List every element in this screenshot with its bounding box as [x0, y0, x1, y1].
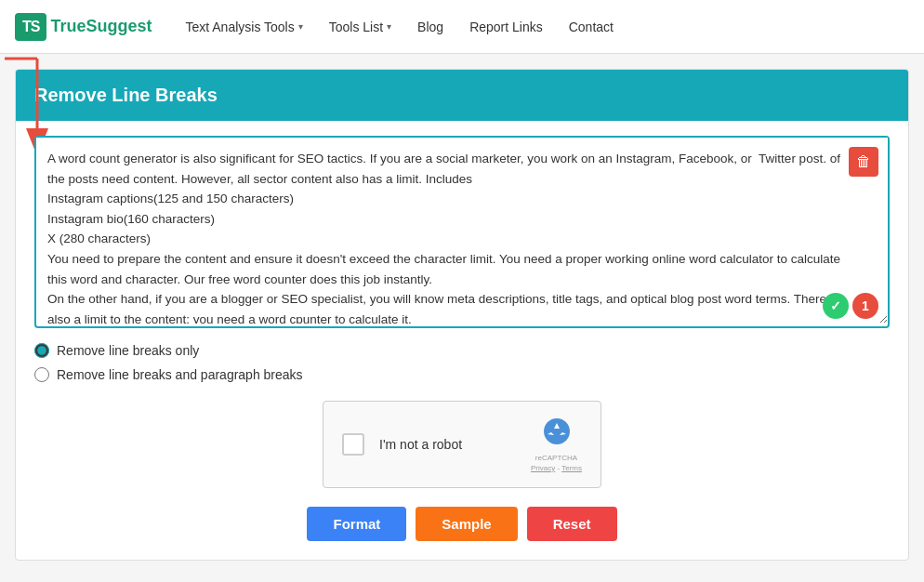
recaptcha-privacy-link[interactable]: Privacy	[531, 464, 555, 472]
nav-links: Text Analysis Tools ▾ Tools List ▾ Blog …	[174, 12, 624, 42]
trash-icon: 🗑	[856, 153, 871, 170]
nav-link-contact[interactable]: Contact	[558, 12, 625, 42]
nav-link-tools-list[interactable]: Tools List ▾	[318, 12, 403, 42]
radio-input-paragraph-breaks[interactable]	[34, 367, 49, 382]
textarea-footer: ✓ 1	[823, 293, 878, 319]
recaptcha-terms-link[interactable]: Terms	[561, 464, 582, 472]
logo-icon: TS	[15, 13, 46, 41]
logo[interactable]: TS TrueSuggest	[15, 13, 152, 41]
nav-item-blog[interactable]: Blog	[406, 12, 455, 42]
sample-button[interactable]: Sample	[416, 507, 517, 541]
nav-item-text-analysis[interactable]: Text Analysis Tools ▾	[174, 12, 313, 42]
tool-title: Remove Line Breaks	[34, 85, 218, 105]
tool-header: Remove Line Breaks	[16, 70, 908, 121]
recaptcha-label: I'm not a robot	[379, 437, 516, 452]
nav-item-tools-list[interactable]: Tools List ▾	[318, 12, 403, 42]
recaptcha-box[interactable]: I'm not a robot reCAPTCHA	[323, 401, 601, 488]
recaptcha-checkbox[interactable]	[342, 433, 364, 456]
clear-button[interactable]: 🗑	[849, 147, 878, 177]
button-group: Format Sample Reset	[34, 507, 890, 541]
main-textarea[interactable]: A word count generator is also significa…	[36, 138, 888, 324]
textarea-wrapper: A word count generator is also significa…	[34, 136, 890, 328]
radio-label-paragraph-breaks: Remove line breaks and paragraph breaks	[57, 367, 303, 382]
tool-card: Remove Line Breaks A word count generato…	[15, 69, 909, 561]
nav-link-blog[interactable]: Blog	[406, 12, 455, 42]
reset-button[interactable]: Reset	[527, 507, 617, 541]
dropdown-arrow-tools-list: ▾	[387, 21, 391, 32]
spell-error-count: 1	[852, 293, 878, 319]
radio-label-line-breaks: Remove line breaks only	[57, 343, 199, 358]
format-button[interactable]: Format	[307, 507, 406, 541]
recaptcha-links: Privacy - Terms	[531, 464, 582, 472]
tool-body: A word count generator is also significa…	[16, 121, 908, 560]
radio-group: Remove line breaks only Remove line brea…	[34, 343, 890, 382]
spell-check-icon[interactable]: ✓	[823, 293, 849, 319]
logo-text: TrueSuggest	[50, 17, 152, 36]
radio-option-paragraph-breaks[interactable]: Remove line breaks and paragraph breaks	[34, 367, 890, 382]
nav-item-report-links[interactable]: Report Links	[458, 12, 554, 42]
nav-link-text-analysis[interactable]: Text Analysis Tools ▾	[174, 12, 313, 42]
radio-input-line-breaks[interactable]	[34, 343, 49, 358]
nav-item-contact[interactable]: Contact	[558, 12, 625, 42]
dropdown-arrow-text-analysis: ▾	[298, 21, 303, 32]
recaptcha-icon	[542, 417, 572, 452]
recaptcha-logo: reCAPTCHA Privacy - Terms	[531, 417, 582, 472]
recaptcha-badge-text: reCAPTCHA	[535, 454, 577, 462]
radio-option-line-breaks[interactable]: Remove line breaks only	[34, 343, 890, 358]
page-content: Remove Line Breaks A word count generato…	[0, 54, 924, 575]
recaptcha-container: I'm not a robot reCAPTCHA	[34, 401, 890, 488]
navbar: TS TrueSuggest Text Analysis Tools ▾ Too…	[0, 0, 924, 54]
nav-link-report-links[interactable]: Report Links	[458, 12, 554, 42]
